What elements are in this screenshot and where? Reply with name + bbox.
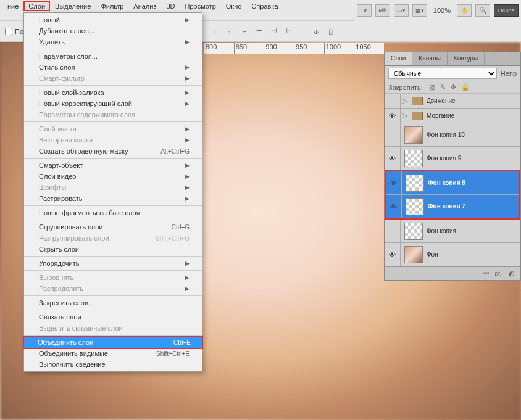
align-top-icon[interactable]: ⫠ xyxy=(210,27,220,36)
minibridge-button[interactable]: Mb xyxy=(375,4,390,17)
menu-item[interactable]: Новый слой-заливка▶ xyxy=(24,87,202,98)
lock-move-icon[interactable]: ✥ xyxy=(451,83,456,91)
zoom-level[interactable]: 100% xyxy=(431,7,453,14)
menu-item[interactable]: Стиль слоя▶ xyxy=(24,62,202,73)
menu-item[interactable]: Удалить▶ xyxy=(24,36,202,47)
distribute-icon[interactable]: ⫝ xyxy=(311,27,321,36)
lock-all-icon[interactable]: 🔒 xyxy=(461,83,470,91)
eye-icon xyxy=(389,251,396,258)
visibility-toggle[interactable] xyxy=(385,147,401,170)
align-hcenter-icon[interactable]: ⊣ xyxy=(269,27,279,36)
menu-analysis[interactable]: Анализ xyxy=(128,1,161,11)
layer-thumbnail[interactable] xyxy=(404,126,423,144)
menu-item-label: Выполнить сведение xyxy=(39,361,106,368)
layer-name[interactable]: Фон копия 9 xyxy=(427,155,461,162)
layer-group-row[interactable]: ▷Движение xyxy=(385,94,520,109)
menu-item[interactable]: Новые фрагменты на базе слоя xyxy=(24,207,202,218)
menu-view[interactable]: Просмотр xyxy=(180,1,221,11)
menu-shortcut: Ctrl+E xyxy=(173,339,191,346)
tab-layers[interactable]: Слои xyxy=(385,52,412,65)
align-left-icon[interactable]: ⊢ xyxy=(254,27,264,36)
menu-item-label: Закрепить слои... xyxy=(39,299,94,307)
layer-thumbnail[interactable] xyxy=(404,246,423,263)
folder-icon xyxy=(412,97,423,105)
menu-edit[interactable]: ние xyxy=(2,1,23,11)
menu-item[interactable]: Параметры слоя... xyxy=(24,51,202,62)
layer-row[interactable]: Фон копия xyxy=(385,220,520,243)
menu-item[interactable]: Скрыть слои xyxy=(24,244,202,255)
menu-item[interactable]: Новый корректирующий слой▶ xyxy=(24,98,202,109)
zoom-button[interactable]: 🔍 xyxy=(475,4,490,17)
tab-paths[interactable]: Контуры xyxy=(448,52,485,65)
layer-row[interactable]: Фон копия 9 xyxy=(385,147,520,170)
menu-item[interactable]: Растрировать▶ xyxy=(24,193,202,204)
visibility-toggle[interactable] xyxy=(385,243,401,266)
menu-item[interactable]: Выполнить сведение xyxy=(24,359,202,370)
visibility-toggle[interactable] xyxy=(386,171,402,194)
menu-item[interactable]: Смарт-объект▶ xyxy=(24,160,202,171)
menu-3d[interactable]: 3D xyxy=(161,1,180,11)
menu-filter[interactable]: Фильтр xyxy=(96,1,128,11)
essentials-button[interactable]: Основ xyxy=(494,4,519,17)
align-vcenter-icon[interactable]: ⫞ xyxy=(225,27,235,36)
menu-item-label: Скрыть слои xyxy=(39,245,79,253)
layer-thumbnail[interactable] xyxy=(404,150,423,167)
hand-button[interactable]: ✋ xyxy=(457,4,472,17)
visibility-toggle[interactable] xyxy=(385,109,401,123)
layer-row[interactable]: Фон копия 7 xyxy=(386,195,519,218)
menu-window[interactable]: Окно xyxy=(221,1,247,11)
tab-channels[interactable]: Каналы xyxy=(412,52,448,65)
mask-icon[interactable]: ◐ xyxy=(508,270,514,278)
menu-item[interactable]: Слои видео▶ xyxy=(24,171,202,182)
show-checkbox-input[interactable] xyxy=(5,28,12,35)
link-icon[interactable]: ⚯ xyxy=(483,270,488,278)
lock-brush-icon[interactable]: ✎ xyxy=(440,83,446,91)
align-right-icon[interactable]: ⊩ xyxy=(284,27,294,36)
layer-name[interactable]: Моргание xyxy=(427,112,454,119)
align-bottom-icon[interactable]: ⫟ xyxy=(240,27,249,36)
lock-pixels-icon[interactable]: ▨ xyxy=(429,83,435,91)
layer-name[interactable]: Фон копия 10 xyxy=(427,131,465,138)
menu-item-label: Сгруппировать слои xyxy=(39,223,102,231)
layer-name[interactable]: Фон копия xyxy=(427,228,456,234)
menu-item: Смарт-фильтр▶ xyxy=(24,73,202,84)
menu-item[interactable]: Закрепить слои... xyxy=(24,297,202,308)
menu-item[interactable]: Дубликат слоев... xyxy=(24,25,202,36)
layer-row[interactable]: Фон копия 10 xyxy=(385,123,520,147)
menu-item[interactable]: Создать обтравочную маскуAlt+Ctrl+G xyxy=(24,146,202,157)
layer-row[interactable]: Фон копия 8 xyxy=(386,171,519,195)
menu-layers[interactable]: Слои xyxy=(23,1,50,11)
layer-name[interactable]: Фон копия 7 xyxy=(428,203,465,210)
visibility-toggle[interactable] xyxy=(385,94,401,108)
menu-item[interactable]: Новый▶ xyxy=(24,14,202,25)
layer-row[interactable]: Фон xyxy=(385,243,520,266)
arrange-button[interactable]: ▦▾ xyxy=(412,4,427,17)
menu-item[interactable]: Сгруппировать слоиCtrl+G xyxy=(24,221,202,233)
layer-name[interactable]: Фон xyxy=(427,251,438,258)
visibility-toggle[interactable] xyxy=(385,123,401,146)
expand-arrow-icon[interactable]: ▷ xyxy=(401,112,408,120)
auto-align-icon[interactable]: ⌼ xyxy=(326,27,336,36)
layer-group-row[interactable]: ▷Моргание xyxy=(385,109,520,123)
menu-item[interactable]: Объединить видимыеShift+Ctrl+E xyxy=(24,348,202,359)
layer-thumbnail[interactable] xyxy=(406,175,424,192)
visibility-toggle[interactable] xyxy=(386,195,402,218)
fx-icon[interactable]: fx. xyxy=(494,270,502,278)
screen-mode-button[interactable]: ▭▾ xyxy=(394,4,409,17)
menu-item[interactable]: Объединить слоиCtrl+E xyxy=(23,336,203,349)
layer-thumbnail[interactable] xyxy=(406,198,424,215)
menu-select[interactable]: Выделение xyxy=(50,1,96,11)
align-tools: ⫠ ⫞ ⫟ ⊢ ⊣ ⊩ ⫝ ⌼ xyxy=(210,27,336,36)
layer-thumbnail[interactable] xyxy=(404,223,423,240)
menu-item[interactable]: Упорядочить▶ xyxy=(24,258,202,269)
menu-item[interactable]: Связать слои xyxy=(24,311,202,323)
expand-arrow-icon[interactable]: ▷ xyxy=(401,97,408,105)
bridge-button[interactable]: Br xyxy=(357,4,372,17)
layer-name[interactable]: Фон копия 8 xyxy=(428,179,465,186)
menu-item-label: Создать обтравочную маску xyxy=(39,147,128,155)
visibility-toggle[interactable] xyxy=(385,220,401,242)
layer-name[interactable]: Движение xyxy=(427,97,456,104)
blend-mode-select[interactable]: Обычные xyxy=(388,68,497,79)
menu-help[interactable]: Справка xyxy=(246,1,283,11)
menu-shortcut: Alt+Ctrl+G xyxy=(160,148,190,155)
